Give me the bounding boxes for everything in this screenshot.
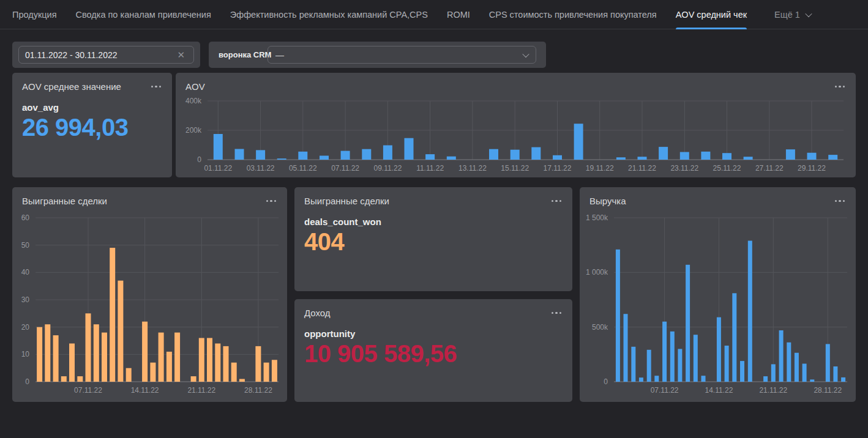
tab-item-1[interactable]: Сводка по каналам привлечения: [76, 0, 211, 29]
svg-text:400k: 400k: [185, 97, 202, 105]
chevron-down-icon: [805, 10, 812, 17]
svg-text:17.11.22: 17.11.22: [544, 164, 572, 173]
chevron-down-icon: [522, 50, 529, 57]
svg-text:23.11.22: 23.11.22: [670, 164, 698, 173]
tabs-more-label: Ещё 1: [774, 10, 800, 20]
card-title: AOV: [185, 81, 205, 92]
metric-value: 10 905 589,56: [294, 340, 572, 367]
metric-label: opportunity: [294, 328, 572, 339]
svg-text:11.11.22: 11.11.22: [416, 164, 444, 173]
svg-text:13.11.22: 13.11.22: [458, 164, 487, 173]
svg-text:21.11.22: 21.11.22: [759, 386, 787, 395]
card-title: Выигранные сделки: [22, 196, 107, 206]
tab-item-2[interactable]: Эффективность рекламных кампаний CPA,CPS: [230, 0, 428, 29]
date-filter-widget: 01.11.2022 - 30.11.2022 ✕: [12, 42, 200, 68]
svg-text:14.11.22: 14.11.22: [131, 386, 159, 395]
svg-text:30: 30: [21, 295, 30, 304]
tab-bar: ПродукцияСводка по каналам привлеченияЭф…: [0, 0, 868, 29]
revenue-chart-card: Выручка 0500k1 000k1 500k07.11.2214.11.2…: [580, 187, 856, 402]
svg-text:500k: 500k: [592, 323, 608, 332]
crm-funnel-select[interactable]: —: [268, 46, 536, 64]
metric-value: 26 994,03: [12, 114, 172, 141]
svg-text:40: 40: [21, 268, 30, 277]
svg-text:21.11.22: 21.11.22: [628, 164, 656, 173]
crm-funnel-filter-widget: воронка CRM —: [209, 42, 546, 68]
deals-won-metric-card: Выигранные сделки deals_count_won 404: [294, 187, 572, 291]
tabs-more-dropdown[interactable]: Ещё 1: [774, 0, 811, 29]
svg-text:01.11.22: 01.11.22: [204, 164, 232, 173]
svg-text:1 000k: 1 000k: [586, 268, 608, 277]
svg-text:25.11.22: 25.11.22: [713, 164, 741, 173]
aov-chart-card: AOV 0200k400k01.11.2203.11.2205.11.2207.…: [176, 73, 856, 177]
svg-text:29.11.22: 29.11.22: [798, 164, 826, 173]
deals-won-bar-chart: 010203040506007.11.2214.11.2221.11.2228.…: [12, 213, 287, 400]
svg-text:09.11.22: 09.11.22: [373, 164, 402, 173]
svg-text:0: 0: [197, 155, 201, 164]
tab-item-5[interactable]: AOV средний чек: [676, 0, 747, 29]
aov-bar-chart: 0200k400k01.11.2203.11.2205.11.2207.11.2…: [176, 97, 856, 176]
svg-text:05.11.22: 05.11.22: [289, 164, 317, 173]
svg-text:0: 0: [25, 377, 29, 386]
clear-date-icon[interactable]: ✕: [174, 49, 187, 61]
date-range-input[interactable]: 01.11.2022 - 30.11.2022 ✕: [18, 46, 194, 64]
more-menu-icon[interactable]: [550, 310, 563, 317]
revenue-bar-chart: 0500k1 000k1 500k07.11.2214.11.2221.11.2…: [580, 213, 856, 400]
aov-average-metric-card: AOV среднее значение aov_avg 26 994,03: [12, 73, 172, 177]
svg-text:19.11.22: 19.11.22: [586, 164, 614, 173]
tab-item-3[interactable]: ROMI: [447, 0, 470, 29]
card-title: Выигранные сделки: [304, 196, 389, 206]
income-metric-card: Доход opportunity 10 905 589,56: [294, 299, 572, 402]
svg-text:28.11.22: 28.11.22: [244, 386, 272, 395]
more-menu-icon[interactable]: [834, 198, 847, 205]
svg-text:1 500k: 1 500k: [586, 213, 608, 222]
svg-text:03.11.22: 03.11.22: [247, 164, 275, 173]
svg-text:0: 0: [604, 377, 608, 386]
svg-text:14.11.22: 14.11.22: [705, 386, 733, 395]
svg-text:07.11.22: 07.11.22: [331, 164, 359, 173]
tab-item-4[interactable]: CPS стоимость привлечения покупателя: [489, 0, 657, 29]
svg-text:28.11.22: 28.11.22: [814, 386, 842, 395]
metric-label: aov_avg: [12, 102, 172, 113]
svg-text:07.11.22: 07.11.22: [651, 386, 679, 395]
svg-text:15.11.22: 15.11.22: [501, 164, 529, 173]
deals-won-chart-card: Выигранные сделки 010203040506007.11.221…: [12, 187, 287, 402]
card-title: Выручка: [589, 196, 626, 206]
tab-item-0[interactable]: Продукция: [12, 0, 57, 29]
svg-text:21.11.22: 21.11.22: [187, 386, 215, 395]
svg-text:60: 60: [21, 213, 30, 222]
svg-text:20: 20: [21, 323, 30, 332]
svg-text:50: 50: [21, 241, 30, 250]
card-title: AOV среднее значение: [22, 81, 121, 92]
metric-label: deals_count_won: [294, 217, 572, 227]
svg-text:27.11.22: 27.11.22: [755, 164, 784, 173]
more-menu-icon[interactable]: [834, 83, 847, 91]
metric-value: 404: [294, 228, 572, 255]
more-menu-icon[interactable]: [150, 83, 163, 91]
date-range-value: 01.11.2022 - 30.11.2022: [25, 50, 118, 60]
more-menu-icon[interactable]: [265, 198, 278, 205]
svg-text:07.11.22: 07.11.22: [74, 386, 102, 395]
crm-funnel-label: воронка CRM: [219, 42, 271, 68]
svg-text:200k: 200k: [185, 126, 202, 135]
more-menu-icon[interactable]: [550, 198, 563, 205]
crm-funnel-value: —: [275, 50, 284, 60]
svg-text:10: 10: [21, 350, 30, 358]
card-title: Доход: [304, 308, 331, 318]
